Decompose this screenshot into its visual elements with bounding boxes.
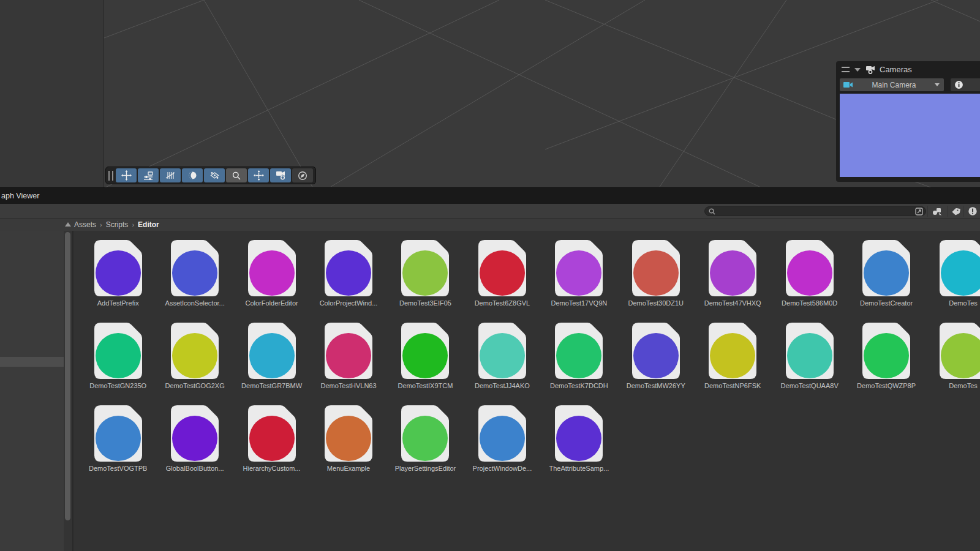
asset-item[interactable]: DemoTest586M0D xyxy=(771,240,848,323)
asset-item[interactable]: ColorFolderEditor xyxy=(233,240,310,323)
component-tools-button[interactable] xyxy=(138,168,159,182)
asset-item[interactable]: AssetIconSelector... xyxy=(156,240,233,323)
toolbar-separator xyxy=(963,206,964,217)
scene-viewport[interactable]: Cameras Main Camera xyxy=(104,0,980,187)
asset-item[interactable]: TheAttributeSamp... xyxy=(541,405,617,488)
search-by-type-button[interactable] xyxy=(929,205,945,217)
camera-dropdown-value: Main Camera xyxy=(853,81,935,89)
asset-item[interactable]: DemoTest30DZ1U xyxy=(617,240,694,323)
asset-label: AssetIconSelector... xyxy=(165,299,225,307)
asset-item[interactable]: HierarchyCustom... xyxy=(233,405,310,488)
asset-label: DemoTest6Z8GVL xyxy=(475,299,530,307)
asset-item[interactable]: DemoTest6Z8GVL xyxy=(464,240,540,323)
tag-icon xyxy=(952,208,961,216)
asset-item[interactable]: DemoTestGOG2XG xyxy=(156,323,233,405)
asset-label: DemoTest17VQ9N xyxy=(551,299,607,307)
search-by-label-button[interactable] xyxy=(948,205,964,217)
snap-increment-button[interactable] xyxy=(248,168,269,182)
toolbar-separator xyxy=(927,206,928,217)
asset-item[interactable]: DemoTestK7DCDH xyxy=(541,323,617,405)
asset-label: DemoTestCreator xyxy=(860,299,913,307)
asset-item[interactable]: DemoTest17VQ9N xyxy=(541,240,617,323)
project-search-field[interactable] xyxy=(704,206,926,216)
collapse-chevron-icon[interactable] xyxy=(854,68,861,72)
asset-item[interactable]: DemoTestHVLN63 xyxy=(310,323,386,405)
shading-mode-button[interactable] xyxy=(182,168,203,182)
project-folder-sidebar[interactable] xyxy=(0,231,64,551)
script-file-icon xyxy=(478,405,526,462)
move-tool-button[interactable] xyxy=(116,168,137,182)
script-file-icon xyxy=(478,323,526,379)
script-file-icon xyxy=(478,240,526,296)
script-file-icon xyxy=(401,323,449,379)
scroll-up-arrow-icon[interactable] xyxy=(65,222,71,227)
asset-item[interactable]: AddTestPrefix xyxy=(80,240,156,323)
asset-item[interactable]: DemoTes xyxy=(925,323,980,405)
breadcrumb-assets[interactable]: Assets xyxy=(74,220,96,229)
toolbar-drag-handle-icon[interactable] xyxy=(108,171,113,181)
camera-select-dropdown[interactable]: Main Camera xyxy=(840,78,944,91)
asset-item[interactable]: ProjectWindowDe... xyxy=(464,405,540,488)
asset-item[interactable]: DemoTestVOGTPB xyxy=(80,405,156,488)
breadcrumb-editor[interactable]: Editor xyxy=(138,220,159,229)
breadcrumb: Assets›Scripts›Editor xyxy=(74,219,159,231)
scene-overlay-toolbar xyxy=(105,167,316,184)
asset-item[interactable]: DemoTes xyxy=(925,240,980,323)
script-file-icon xyxy=(325,240,372,296)
script-file-icon xyxy=(786,323,834,379)
asset-item[interactable]: DemoTest3EIF05 xyxy=(387,240,464,323)
asset-item[interactable]: DemoTestGR7BMW xyxy=(233,323,310,405)
script-file-icon xyxy=(940,323,980,379)
project-content-area: AddTestPrefix AssetIconSelector... Color… xyxy=(0,231,980,551)
asset-item[interactable]: DemoTestMW26YY xyxy=(617,323,694,405)
asset-label: DemoTestJJ4AKO xyxy=(475,382,530,389)
script-file-icon xyxy=(94,240,142,296)
script-file-icon xyxy=(94,405,142,462)
script-file-icon xyxy=(862,323,910,379)
search-input[interactable] xyxy=(718,208,915,215)
asset-label: ColorProjectWind... xyxy=(320,299,378,307)
asset-item[interactable]: DemoTestCreator xyxy=(848,240,924,323)
asset-item[interactable]: DemoTestGN235O xyxy=(80,323,156,405)
script-file-icon xyxy=(171,405,219,462)
asset-label: ProjectWindowDe... xyxy=(473,465,532,472)
asset-item[interactable]: PlayerSettingsEditor xyxy=(387,405,464,488)
selected-folder-row[interactable] xyxy=(0,357,64,367)
asset-label: DemoTestHVLN63 xyxy=(320,382,376,389)
asset-label: DemoTestNP6FSK xyxy=(704,382,761,389)
asset-label: DemoTest586M0D xyxy=(782,299,837,307)
gizmos-button[interactable] xyxy=(204,168,225,182)
asset-item[interactable]: GlobalBoolButton... xyxy=(156,405,233,488)
asset-item[interactable]: DemoTest47VHXQ xyxy=(695,240,771,323)
asset-label: DemoTestGN235O xyxy=(89,382,146,389)
orientation-button[interactable] xyxy=(292,168,313,182)
asset-label: AddTestPrefix xyxy=(97,299,139,307)
asset-item[interactable]: DemoTestIX9TCM xyxy=(387,323,464,405)
asset-grid: AddTestPrefix AssetIconSelector... Color… xyxy=(74,231,980,551)
script-file-icon xyxy=(325,405,372,462)
asset-label: GlobalBoolButton... xyxy=(166,465,224,472)
camera-overlay-button[interactable] xyxy=(270,168,291,182)
asset-item[interactable]: DemoTestNP6FSK xyxy=(695,323,771,405)
search-overlay-button[interactable] xyxy=(226,168,247,182)
tab-graph-viewer[interactable]: aph Viewer xyxy=(1,188,39,204)
script-file-icon xyxy=(940,240,980,296)
breadcrumb-scripts[interactable]: Scripts xyxy=(106,220,129,229)
asset-label: DemoTes xyxy=(949,382,977,389)
overlay-menu-icon[interactable] xyxy=(842,67,850,72)
asset-label: DemoTestQUAA8V xyxy=(781,382,839,389)
asset-item[interactable]: MenuExample xyxy=(310,405,386,488)
asset-item[interactable]: DemoTestQUAA8V xyxy=(771,323,848,405)
asset-item[interactable]: DemoTestJJ4AKO xyxy=(464,323,540,405)
scrollbar-thumb[interactable] xyxy=(65,232,70,520)
grid-snap-button[interactable] xyxy=(160,168,181,182)
sidebar-scrollbar[interactable] xyxy=(64,231,72,551)
left-panel xyxy=(0,0,104,187)
open-search-window-icon[interactable] xyxy=(915,208,923,216)
camera-info-button[interactable] xyxy=(951,78,980,91)
asset-item[interactable]: DemoTestQWZP8P xyxy=(848,323,924,405)
script-file-icon xyxy=(786,240,834,296)
asset-item[interactable]: ColorProjectWind... xyxy=(310,240,386,323)
video-camera-icon xyxy=(843,81,853,88)
alerts-button[interactable] xyxy=(965,205,980,217)
